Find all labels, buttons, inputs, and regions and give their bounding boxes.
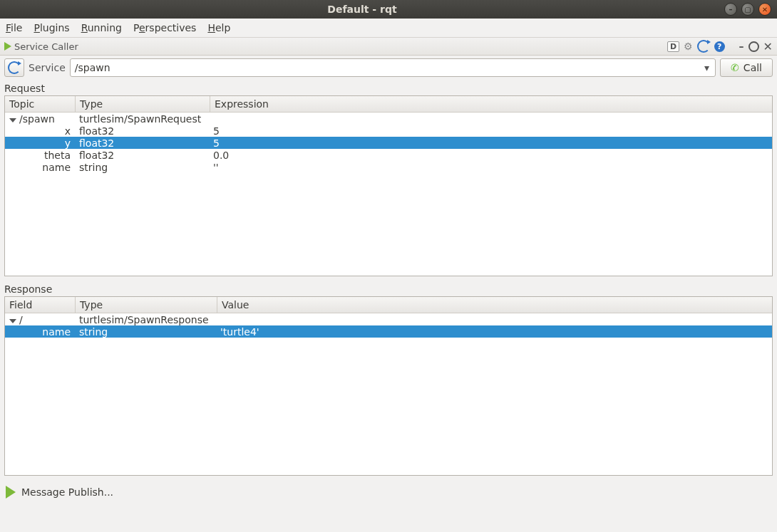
bottom-bar: Message Publish... (0, 481, 777, 503)
menu-file[interactable]: File (6, 22, 22, 33)
plugin-titlebar: Service Caller D ⚙ ? – ✕ (0, 38, 777, 56)
request-label: Request (0, 81, 777, 95)
request-table-header: Topic Type Expression (5, 96, 772, 113)
response-table-header: Field Type Value (5, 297, 772, 313)
column-type[interactable]: Type (76, 297, 217, 313)
window-title: Default - rqt (0, 4, 724, 15)
response-table-body: /turtlesim/SpawnResponsenamestring'turtl… (5, 313, 772, 475)
minimize-icon[interactable]: – (724, 3, 737, 16)
maximize-icon[interactable]: ▢ (741, 3, 754, 16)
window-titlebar: Default - rqt – ▢ ✕ (0, 0, 777, 19)
column-expression[interactable]: Expression (210, 96, 772, 112)
service-value: /spawn (75, 62, 110, 73)
service-combobox[interactable]: /spawn ▾ (70, 58, 716, 77)
column-topic[interactable]: Topic (5, 96, 76, 112)
phone-icon: ✆ (731, 62, 739, 73)
table-row[interactable]: /turtlesim/SpawnResponse (5, 313, 772, 325)
dock-minimize-icon[interactable]: – (739, 41, 744, 52)
plugin-title: Service Caller (14, 41, 78, 52)
service-toolbar: Service /spawn ▾ ✆ Call (0, 56, 777, 81)
request-table[interactable]: Topic Type Expression /spawnturtlesim/Sp… (4, 95, 773, 276)
table-row[interactable]: /spawnturtlesim/SpawnRequest (5, 113, 772, 125)
play-icon (4, 42, 11, 51)
table-row[interactable]: yfloat325 (5, 137, 772, 149)
refresh-services-button[interactable] (4, 58, 24, 77)
column-value[interactable]: Value (217, 297, 772, 313)
menubar: File Plugins Running Perspectives Help (0, 19, 777, 38)
menu-running[interactable]: Running (81, 22, 122, 33)
dock-float-icon[interactable] (748, 41, 759, 52)
response-table[interactable]: Field Type Value /turtlesim/SpawnRespons… (4, 296, 773, 476)
menu-help[interactable]: Help (207, 22, 230, 33)
menu-plugins[interactable]: Plugins (34, 22, 69, 33)
reload-icon (8, 61, 21, 74)
table-row[interactable]: xfloat325 (5, 125, 772, 137)
play-icon (6, 486, 16, 499)
dock-close-icon[interactable]: ✕ (763, 40, 773, 53)
chevron-down-icon[interactable] (9, 118, 16, 122)
close-icon[interactable]: ✕ (758, 3, 771, 16)
call-button[interactable]: ✆ Call (720, 58, 773, 77)
response-label: Response (0, 282, 777, 296)
table-row[interactable]: namestring'turtle4' (5, 325, 772, 338)
window-buttons: – ▢ ✕ (724, 3, 777, 16)
table-row[interactable]: namestring'' (5, 161, 772, 173)
reload-icon[interactable] (697, 40, 710, 53)
table-row[interactable]: thetafloat320.0 (5, 149, 772, 161)
column-type[interactable]: Type (76, 96, 210, 112)
service-label: Service (29, 62, 66, 73)
request-table-body: /spawnturtlesim/SpawnRequestxfloat325yfl… (5, 113, 772, 276)
menu-perspectives[interactable]: Perspectives (133, 22, 196, 33)
d-badge-icon[interactable]: D (667, 41, 679, 52)
gear-icon[interactable]: ⚙ (684, 41, 693, 52)
chevron-down-icon[interactable] (9, 319, 16, 323)
chevron-down-icon: ▾ (704, 62, 709, 73)
help-icon[interactable]: ? (714, 41, 725, 52)
call-label: Call (743, 62, 762, 73)
message-publish-label[interactable]: Message Publish... (21, 486, 113, 498)
column-field[interactable]: Field (5, 297, 76, 313)
